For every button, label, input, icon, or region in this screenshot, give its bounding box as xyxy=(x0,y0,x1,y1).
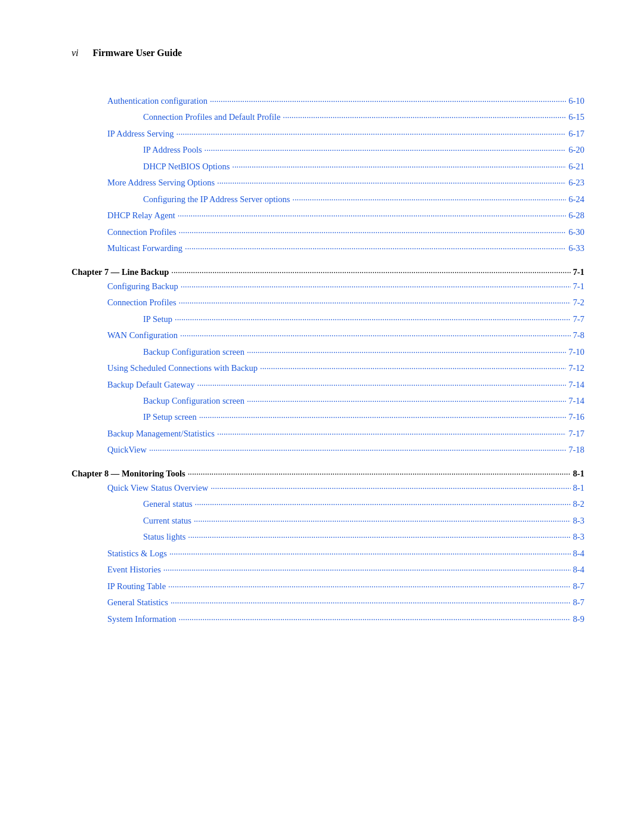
toc-label[interactable]: General Statistics xyxy=(107,596,168,609)
toc-entry[interactable]: DHCP NetBIOS Options6-21 xyxy=(72,160,584,174)
toc-entry[interactable]: Chapter 7 — Line Backup7-1 xyxy=(72,267,584,277)
toc-label[interactable]: WAN Configuration xyxy=(107,329,178,342)
toc-page: 8-4 xyxy=(573,563,584,576)
toc-label[interactable]: Backup Default Gateway xyxy=(107,378,195,391)
toc-label[interactable]: Configuring the IP Address Server option… xyxy=(143,193,290,206)
toc-dots xyxy=(197,376,566,390)
toc-entry[interactable]: DHCP Relay Agent6-28 xyxy=(72,209,584,222)
toc-label[interactable]: Backup Configuration screen xyxy=(143,345,244,358)
toc-label[interactable]: QuickView xyxy=(107,443,147,456)
toc-dots xyxy=(194,512,571,526)
toc-entry[interactable]: Backup Management/Statistics7-17 xyxy=(72,427,584,441)
toc-dots xyxy=(185,240,566,253)
toc-entry[interactable]: Chapter 8 — Monitoring Tools8-1 xyxy=(72,468,584,479)
toc-label[interactable]: Backup Management/Statistics xyxy=(107,427,215,440)
chapter-label: Chapter 7 — Line Backup xyxy=(72,267,169,277)
toc-entry[interactable]: IP Address Pools6-20 xyxy=(72,143,584,157)
toc-entry[interactable]: Statistics & Logs8-4 xyxy=(72,547,584,561)
toc-entry[interactable]: Quick View Status Overview8-1 xyxy=(72,481,584,495)
toc-entry[interactable]: IP Address Serving6-17 xyxy=(72,127,584,141)
toc-entry[interactable]: Connection Profiles6-30 xyxy=(72,225,584,239)
toc-page: 7-2 xyxy=(573,296,584,309)
toc-entry[interactable]: Status lights8-3 xyxy=(72,530,584,544)
toc-dots xyxy=(217,174,566,188)
toc-label[interactable]: Connection Profiles and Default Profile xyxy=(143,110,280,123)
toc-dots xyxy=(176,125,566,139)
toc-entry[interactable]: Connection Profiles and Default Profile6… xyxy=(72,110,584,124)
toc-page: 6-30 xyxy=(568,225,584,239)
toc-label[interactable]: Authentication configuration xyxy=(107,94,208,107)
toc-label[interactable]: More Address Serving Options xyxy=(107,176,215,189)
toc-dots xyxy=(181,278,571,292)
toc-container: Authentication configuration6-10Connecti… xyxy=(72,94,584,626)
toc-entry[interactable]: System Information8-9 xyxy=(72,612,584,626)
toc-dots xyxy=(179,294,571,308)
toc-label[interactable]: DHCP NetBIOS Options xyxy=(143,160,230,173)
toc-entry[interactable]: QuickView7-18 xyxy=(72,443,584,457)
toc-entry[interactable]: Current status8-3 xyxy=(72,514,584,528)
toc-dots xyxy=(180,327,571,340)
toc-entry[interactable]: Multicast Forwarding6-33 xyxy=(72,241,584,255)
toc-label[interactable]: IP Setup screen xyxy=(143,410,197,423)
toc-page: 6-15 xyxy=(568,110,584,123)
toc-label[interactable]: System Information xyxy=(107,612,177,625)
toc-dots xyxy=(168,578,571,592)
toc-label[interactable]: General status xyxy=(143,497,193,510)
toc-dots xyxy=(199,408,566,422)
toc-dots xyxy=(205,141,566,155)
toc-page: 7-7 xyxy=(573,312,584,326)
toc-label[interactable]: Quick View Status Overview xyxy=(107,481,208,494)
toc-label[interactable]: Connection Profiles xyxy=(107,225,177,239)
toc-label[interactable]: Configuring Backup xyxy=(107,280,178,293)
toc-entry[interactable]: IP Setup screen7-16 xyxy=(72,410,584,424)
toc-entry[interactable]: Backup Configuration screen7-14 xyxy=(72,394,584,408)
toc-entry[interactable]: WAN Configuration7-8 xyxy=(72,329,584,342)
toc-label[interactable]: Status lights xyxy=(143,530,185,543)
toc-page: 6-23 xyxy=(568,176,584,189)
toc-entry[interactable]: IP Setup7-7 xyxy=(72,312,584,326)
toc-entry[interactable]: General status8-2 xyxy=(72,497,584,511)
toc-label[interactable]: IP Routing Table xyxy=(107,580,166,593)
toc-entry[interactable]: Event Histories8-4 xyxy=(72,563,584,577)
toc-label[interactable]: Multicast Forwarding xyxy=(107,241,182,255)
toc-entry[interactable]: Authentication configuration6-10 xyxy=(72,94,584,108)
toc-page: 8-3 xyxy=(573,514,584,527)
toc-entry[interactable]: More Address Serving Options6-23 xyxy=(72,176,584,190)
toc-label[interactable]: Current status xyxy=(143,514,191,527)
chapter-page: 8-1 xyxy=(573,469,584,479)
toc-label[interactable]: Event Histories xyxy=(107,563,161,576)
toc-dots xyxy=(210,92,566,106)
chapter-label: Chapter 8 — Monitoring Tools xyxy=(72,469,185,479)
toc-entry[interactable]: IP Routing Table8-7 xyxy=(72,580,584,593)
toc-entry[interactable]: Using Scheduled Connections with Backup7… xyxy=(72,361,584,375)
toc-dots xyxy=(210,479,570,493)
toc-page: 7-10 xyxy=(568,345,584,358)
page-roman: vi xyxy=(72,48,79,58)
toc-dots xyxy=(292,191,566,205)
toc-entry[interactable]: General Statistics8-7 xyxy=(72,596,584,609)
toc-label[interactable]: Backup Configuration screen xyxy=(143,394,244,407)
toc-entry[interactable]: Backup Configuration screen7-10 xyxy=(72,345,584,359)
page: vi Firmware User Guide Authentication co… xyxy=(0,0,644,833)
toc-label[interactable]: IP Setup xyxy=(143,312,172,326)
page-title: Firmware User Guide xyxy=(93,48,182,58)
chapter-dots xyxy=(171,265,570,275)
toc-entry[interactable]: Configuring the IP Address Server option… xyxy=(72,193,584,206)
toc-label[interactable]: Connection Profiles xyxy=(107,296,177,309)
toc-page: 8-4 xyxy=(573,547,584,560)
toc-page: 7-14 xyxy=(568,378,584,391)
toc-page: 6-28 xyxy=(568,209,584,222)
toc-entry[interactable]: Connection Profiles7-2 xyxy=(72,296,584,309)
toc-dots xyxy=(179,611,571,624)
toc-label[interactable]: Statistics & Logs xyxy=(107,547,167,560)
toc-dots xyxy=(175,311,571,324)
toc-label[interactable]: Using Scheduled Connections with Backup xyxy=(107,361,258,374)
toc-dots xyxy=(149,441,566,455)
toc-entry[interactable]: Backup Default Gateway7-14 xyxy=(72,378,584,392)
toc-label[interactable]: IP Address Serving xyxy=(107,127,174,140)
toc-page: 7-14 xyxy=(568,394,584,407)
toc-entry[interactable]: Configuring Backup7-1 xyxy=(72,280,584,293)
toc-label[interactable]: DHCP Relay Agent xyxy=(107,209,175,222)
toc-dots xyxy=(169,545,571,559)
toc-label[interactable]: IP Address Pools xyxy=(143,143,202,156)
